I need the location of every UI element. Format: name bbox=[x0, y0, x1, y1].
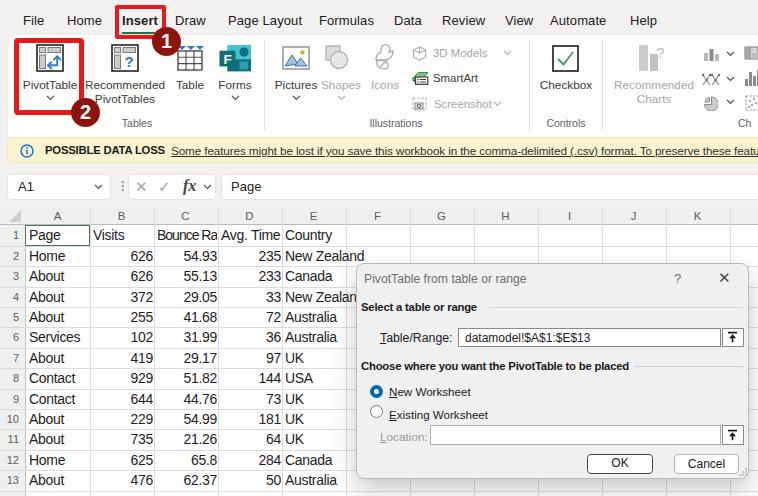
svg-text:F: F bbox=[223, 52, 231, 67]
svg-text:?: ? bbox=[124, 53, 133, 70]
svg-text:?: ? bbox=[656, 44, 664, 61]
